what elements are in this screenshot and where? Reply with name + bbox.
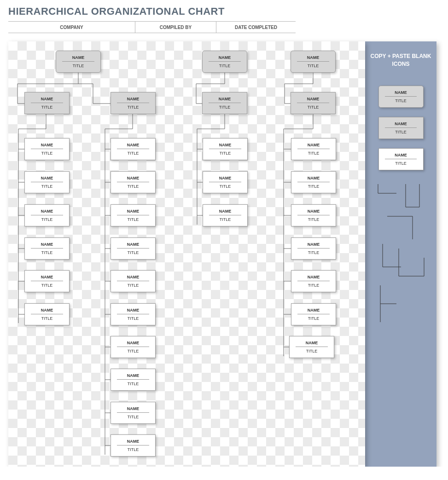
node-col2-leaf[interactable]: NAMETITLE bbox=[111, 138, 156, 160]
node-title: TITLE bbox=[308, 182, 320, 189]
node-title: TITLE bbox=[395, 97, 407, 103]
node-title: TITLE bbox=[128, 215, 139, 222]
node-name: NAME bbox=[31, 308, 63, 314]
node-name: NAME bbox=[31, 176, 63, 182]
node-title: TITLE bbox=[395, 159, 407, 166]
node-name: NAME bbox=[117, 97, 149, 103]
node-title: TITLE bbox=[308, 103, 319, 110]
blank-icon-round-grey[interactable]: NAME TITLE bbox=[378, 86, 424, 108]
node-name: NAME bbox=[297, 97, 329, 103]
node-name: NAME bbox=[297, 143, 329, 149]
org-chart-canvas[interactable]: NAME TITLE NAME TITLE NAME TITLE NAMETIT… bbox=[8, 41, 365, 467]
meta-date-completed: DATE COMPLETED bbox=[216, 22, 296, 33]
node-col1-leaf[interactable]: NAMETITLE bbox=[24, 204, 70, 226]
node-name: NAME bbox=[117, 209, 149, 215]
node-col2-leaf[interactable]: NAMETITLE bbox=[111, 434, 156, 457]
sidebar-blank-icons: COPY + PASTE BLANK ICONS NAME TITLE NAME… bbox=[365, 41, 436, 467]
node-name: NAME bbox=[117, 143, 149, 149]
node-col4-root[interactable]: NAMETITLE bbox=[291, 51, 336, 73]
node-col1-leaf[interactable]: NAMETITLE bbox=[24, 138, 70, 160]
node-col4-leaf[interactable]: NAMETITLE bbox=[291, 270, 336, 292]
node-name: NAME bbox=[31, 143, 63, 149]
page-title: HIERARCHICAL ORGANIZATIONAL CHART bbox=[0, 0, 448, 21]
node-col2-leaf[interactable]: NAMETITLE bbox=[111, 336, 156, 358]
node-title: TITLE bbox=[41, 215, 53, 222]
node-name: NAME bbox=[209, 97, 240, 103]
node-title: TITLE bbox=[128, 182, 139, 189]
node-col2-leaf[interactable]: NAMETITLE bbox=[111, 171, 156, 193]
node-col3-mid[interactable]: NAMETITLE bbox=[202, 92, 247, 114]
node-col2-leaf[interactable]: NAMETITLE bbox=[111, 204, 156, 226]
node-name: NAME bbox=[297, 308, 329, 314]
node-col1-leaf[interactable]: NAMETITLE bbox=[24, 237, 70, 260]
blank-connector-icons[interactable] bbox=[373, 184, 429, 336]
node-name: NAME bbox=[31, 209, 63, 215]
node-title: TITLE bbox=[308, 314, 320, 321]
node-col1-leaf[interactable]: NAMETITLE bbox=[24, 303, 70, 325]
node-title: TITLE bbox=[73, 62, 84, 68]
node-title: TITLE bbox=[41, 314, 53, 321]
node-col4-leaf[interactable]: NAMETITLE bbox=[291, 237, 336, 260]
node-name: NAME bbox=[117, 373, 149, 380]
node-title: TITLE bbox=[41, 182, 53, 189]
node-title: TITLE bbox=[395, 128, 407, 134]
node-title: TITLE bbox=[41, 281, 53, 288]
node-title: TITLE bbox=[220, 149, 231, 156]
node-col4-mid[interactable]: NAMETITLE bbox=[291, 92, 336, 114]
meta-company: COMPANY bbox=[8, 22, 135, 33]
node-name: NAME bbox=[117, 275, 149, 281]
node-col4-leaf[interactable]: NAMETITLE bbox=[291, 303, 336, 325]
node-col2-leaf[interactable]: NAMETITLE bbox=[111, 270, 156, 292]
node-name: NAME bbox=[209, 176, 241, 182]
node-col4-leaf[interactable]: NAMETITLE bbox=[291, 204, 336, 226]
node-col1-leaf[interactable]: NAMETITLE bbox=[24, 171, 70, 193]
node-col4-leaf[interactable]: NAMETITLE bbox=[291, 171, 336, 193]
node-name: NAME bbox=[117, 406, 149, 413]
node-col2-leaf[interactable]: NAMETITLE bbox=[111, 237, 156, 260]
node-name: NAME bbox=[117, 308, 149, 314]
node-name: NAME bbox=[31, 97, 63, 103]
node-name: NAME bbox=[209, 209, 241, 215]
node-col1-mid-a[interactable]: NAME TITLE bbox=[24, 92, 70, 114]
node-title: TITLE bbox=[306, 347, 318, 353]
node-title: TITLE bbox=[41, 149, 53, 156]
node-name: NAME bbox=[296, 341, 327, 347]
node-col1-root[interactable]: NAME TITLE bbox=[56, 51, 101, 73]
node-title: TITLE bbox=[308, 249, 320, 255]
node-title: TITLE bbox=[220, 215, 231, 222]
node-title: TITLE bbox=[41, 103, 53, 110]
node-title: TITLE bbox=[128, 380, 139, 386]
node-col4-leaf[interactable]: NAMETITLE bbox=[289, 336, 334, 358]
node-col2-leaf[interactable]: NAMETITLE bbox=[111, 303, 156, 325]
node-title: TITLE bbox=[128, 281, 139, 288]
node-title: TITLE bbox=[128, 445, 139, 452]
node-name: NAME bbox=[209, 55, 240, 62]
meta-row: COMPANY COMPILED BY DATE COMPLETED bbox=[8, 21, 296, 33]
node-name: NAME bbox=[297, 55, 329, 62]
node-title: TITLE bbox=[128, 347, 139, 353]
node-title: TITLE bbox=[128, 249, 139, 255]
node-col4-leaf[interactable]: NAMETITLE bbox=[291, 138, 336, 160]
node-title: TITLE bbox=[308, 149, 320, 156]
node-col3-leaf[interactable]: NAMETITLE bbox=[203, 171, 248, 193]
meta-compiled-by: COMPILED BY bbox=[135, 22, 216, 33]
node-col3-leaf[interactable]: NAMETITLE bbox=[203, 138, 248, 160]
blank-icon-square-white[interactable]: NAME TITLE bbox=[378, 148, 424, 170]
node-name: NAME bbox=[297, 275, 329, 281]
node-title: TITLE bbox=[128, 314, 139, 321]
node-title: TITLE bbox=[308, 215, 320, 222]
node-col1-leaf[interactable]: NAMETITLE bbox=[24, 270, 70, 292]
node-name: NAME bbox=[31, 242, 63, 249]
node-name: NAME bbox=[117, 242, 149, 249]
node-col2-leaf[interactable]: NAMETITLE bbox=[111, 402, 156, 424]
node-col2-leaf[interactable]: NAMETITLE bbox=[111, 369, 156, 391]
sidebar-title: COPY + PASTE BLANK ICONS bbox=[365, 52, 436, 68]
node-title: TITLE bbox=[219, 62, 231, 68]
node-name: NAME bbox=[385, 121, 417, 128]
node-col1-mid-b[interactable]: NAME TITLE bbox=[111, 92, 156, 114]
node-title: TITLE bbox=[308, 62, 319, 68]
node-col3-leaf[interactable]: NAMETITLE bbox=[203, 204, 248, 226]
blank-icon-square-grey[interactable]: NAME TITLE bbox=[378, 117, 424, 139]
node-title: TITLE bbox=[128, 413, 139, 419]
node-col3-root[interactable]: NAMETITLE bbox=[202, 51, 247, 73]
